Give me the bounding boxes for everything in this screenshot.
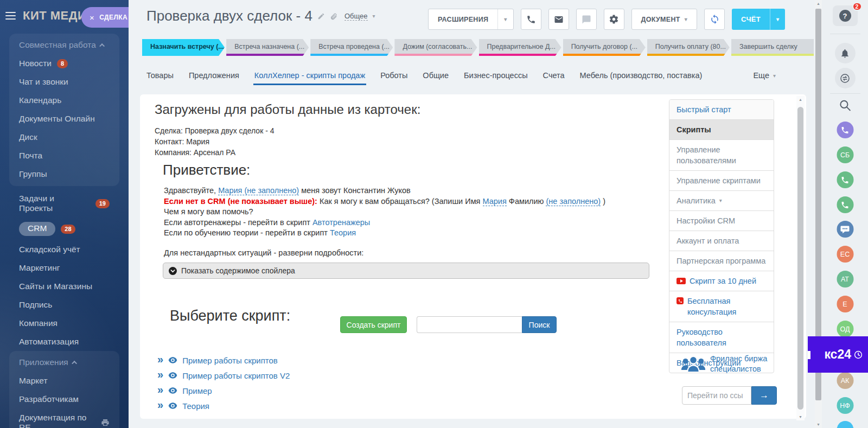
script-link[interactable]: Пример: [182, 386, 212, 395]
stage-get-payment[interactable]: Получить оплату (80...: [647, 39, 730, 56]
stage-preliminary[interactable]: Предварительное Д...: [479, 39, 561, 56]
tab-callhelper[interactable]: КоллХелпер - скрипты продаж: [254, 71, 365, 80]
sidebar-item-documents[interactable]: Документы Онлайн: [9, 110, 119, 128]
sidebar-item-disk[interactable]: Диск: [9, 128, 119, 146]
script-link[interactable]: Пример работы скриптов V2: [182, 371, 290, 380]
scroll-down-arrow[interactable]: ▼: [815, 423, 822, 426]
sync-button[interactable]: [704, 9, 725, 30]
notifications-button[interactable]: [835, 43, 856, 63]
tab-more[interactable]: Еще ▾: [753, 71, 776, 80]
sidebar-item-calendar[interactable]: Календарь: [9, 91, 119, 110]
menu-quick-start[interactable]: Быстрый старт: [669, 100, 774, 119]
stage-push[interactable]: Дожим (согласовать...: [394, 39, 477, 56]
spoiler-toggle[interactable]: Показать содержимое спойлера: [163, 263, 649, 279]
scroll-down-arrow[interactable]: ▼: [796, 415, 805, 419]
script-link[interactable]: Теория: [182, 401, 209, 411]
sidebar-item-tasks[interactable]: Задачи и Проекты 19: [9, 189, 119, 218]
sidebar-item-mail[interactable]: Почта: [9, 146, 119, 165]
invoice-dropdown[interactable]: ▾: [770, 9, 785, 30]
deal-tag[interactable]: × СДЕЛКА: [81, 7, 129, 28]
settings-button[interactable]: [604, 9, 624, 30]
menu-partner-program[interactable]: Партнерская программа: [669, 251, 774, 271]
go-to-link-input[interactable]: [682, 386, 751, 405]
stage-meeting-held[interactable]: Встреча проведена (...: [310, 39, 393, 56]
tab-robots[interactable]: Роботы: [380, 71, 407, 80]
script-list-item[interactable]: » Пример работы скриптов V2: [157, 368, 290, 383]
avatar[interactable]: ОД: [837, 321, 853, 337]
stage-meeting-set[interactable]: Встреча назначена (...: [226, 39, 309, 56]
menu-script-10-days[interactable]: Скрипт за 10 дней: [669, 271, 774, 291]
menu-analytics[interactable]: Аналитика▾: [669, 190, 774, 210]
tab-products[interactable]: Товары: [146, 71, 174, 80]
group-chat-item[interactable]: [837, 221, 853, 238]
sidebar-section-apps[interactable]: Приложения: [9, 353, 119, 372]
stage-get-contract[interactable]: Получить договор (...: [563, 39, 646, 56]
script-list-item[interactable]: » Пример: [157, 383, 290, 398]
menu-free-consultation[interactable]: Бесплатная консультация: [669, 291, 774, 322]
name-field-link[interactable]: Мария: [483, 197, 507, 206]
contact-name-link[interactable]: Мария (не заполнено): [218, 186, 299, 195]
sidebar-item-developers[interactable]: Разработчикам: [9, 390, 119, 408]
sidebar-item-crm[interactable]: CRM 28: [9, 218, 119, 240]
menu-user-guide[interactable]: Руководство пользователя: [669, 322, 774, 353]
script-list-item[interactable]: » Теория: [157, 398, 290, 413]
autotrainers-script-link[interactable]: Автотренажеры: [312, 218, 370, 227]
extensions-dropdown[interactable]: ▾: [497, 9, 513, 29]
avatar[interactable]: АК: [837, 372, 853, 389]
tab-furniture[interactable]: Мебель (производство, поставка): [580, 71, 703, 80]
sidebar-item-inventory[interactable]: Складской учёт: [9, 240, 119, 259]
sidebar-item-marketing[interactable]: Маркетинг: [9, 259, 119, 277]
inner-scrollbar[interactable]: ▲ ▼: [796, 96, 805, 420]
go-to-link-button[interactable]: →: [751, 386, 777, 405]
script-list-item[interactable]: » Пример работы скриптов: [157, 353, 290, 368]
sidebar-item-groups[interactable]: Группы: [9, 165, 119, 183]
stage-schedule-meeting[interactable]: Назначить встречу (...: [142, 39, 225, 56]
script-link[interactable]: Пример работы скриптов: [182, 356, 278, 365]
help-button[interactable]: ? 2: [833, 5, 858, 26]
menu-crm-settings[interactable]: Настройки CRM: [669, 210, 774, 231]
paperclip-icon[interactable]: [330, 12, 337, 20]
scroll-up-arrow[interactable]: ▲: [796, 98, 805, 101]
tab-bizproc[interactable]: Бизнес-процессы: [464, 71, 528, 80]
scroll-up-arrow[interactable]: ▲: [815, 2, 822, 5]
document-button[interactable]: ДОКУМЕНТ▾: [631, 9, 698, 30]
tab-quotes[interactable]: Предложения: [189, 71, 239, 80]
tab-invoices[interactable]: Счета: [543, 71, 565, 80]
script-search-button[interactable]: Поиск: [522, 316, 557, 333]
avatar[interactable]: ЕС: [837, 246, 853, 263]
search-button[interactable]: [838, 99, 852, 112]
lastname-field-link[interactable]: (не заполнено): [546, 197, 601, 206]
invoice-button[interactable]: СЧЁТ ▾: [732, 9, 785, 30]
call-item[interactable]: [837, 171, 853, 188]
bitrix24-banner[interactable]: кс24: [808, 336, 868, 373]
sidebar-item-chat-calls[interactable]: Чат и звонки: [9, 73, 119, 91]
script-search-input[interactable]: [417, 316, 522, 333]
stage-close-deal[interactable]: Завершить сделку: [731, 39, 814, 56]
call-button[interactable]: [521, 9, 541, 30]
sidebar-item-sign[interactable]: Подпись: [9, 296, 119, 314]
sidebar-item-company[interactable]: Компания: [9, 314, 119, 333]
history-button[interactable]: [835, 68, 856, 88]
sidebar-section-collab[interactable]: Совместная работа: [9, 35, 119, 54]
avatar[interactable]: Е: [837, 296, 853, 312]
tab-general[interactable]: Общие: [423, 71, 449, 80]
menu-scripts[interactable]: Скрипты: [669, 119, 774, 139]
avatar[interactable]: [837, 421, 853, 428]
sidebar-item-automation[interactable]: Автоматизация: [9, 333, 119, 351]
call-item[interactable]: [837, 196, 853, 213]
avatar[interactable]: НФ: [837, 397, 853, 414]
chat-button[interactable]: [576, 9, 597, 30]
edit-pencil-icon[interactable]: [317, 12, 325, 20]
create-script-button[interactable]: Создать скрипт: [340, 316, 407, 333]
telephony-item[interactable]: [837, 122, 853, 138]
menu-script-management[interactable]: Управление скриптами: [669, 170, 774, 190]
sidebar-item-news[interactable]: Новости 8: [9, 54, 119, 73]
hamburger-menu-icon[interactable]: [5, 10, 16, 22]
menu-account-payment[interactable]: Аккаунт и оплата: [669, 231, 774, 251]
avatar[interactable]: АТ: [837, 271, 853, 288]
extensions-button[interactable]: РАСШИРЕНИЯ ▾: [428, 9, 514, 30]
freelance-link[interactable]: Фриланс биржа специалистов: [681, 354, 773, 374]
sidebar-item-sites[interactable]: Сайты и Магазины: [9, 277, 119, 296]
avatar[interactable]: СБ: [837, 146, 853, 163]
inner-scrollbar-thumb[interactable]: [797, 107, 803, 410]
